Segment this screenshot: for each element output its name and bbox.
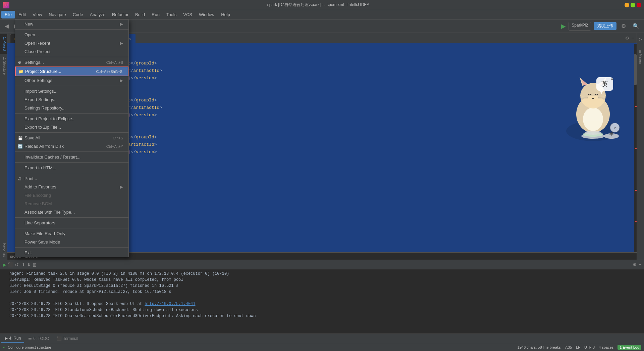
menu-item-add-favorites-label: Add to Favorites xyxy=(24,184,56,189)
menu-help[interactable]: Help xyxy=(218,11,233,18)
settings-tab-icon[interactable]: ⚙ xyxy=(625,36,629,41)
menu-item-save-all[interactable]: 💾 Save All Ctrl+S xyxy=(15,134,128,142)
menu-item-print[interactable]: 🖨 Print... xyxy=(15,174,128,183)
minimize-button[interactable] xyxy=(625,3,629,7)
menu-bar: File Edit View Navigate Code Analyze Ref… xyxy=(0,10,644,19)
menu-item-power-save[interactable]: Power Save Mode xyxy=(15,238,128,246)
menu-tools[interactable]: Tools xyxy=(163,11,180,18)
log-line-3: uler: ResultStage 0 (reduce at SparkPi2.… xyxy=(3,283,641,289)
menu-item-print-label: Print... xyxy=(24,176,37,181)
sidebar-item-favorites[interactable]: Favorites xyxy=(0,240,7,260)
menu-file[interactable]: File xyxy=(1,11,15,18)
statusbar-position[interactable]: 7:35 xyxy=(565,345,572,349)
ant-tab[interactable]: Ant xyxy=(638,36,643,46)
menu-item-export-html-label: Export to HTML... xyxy=(24,165,59,170)
menu-item-settings-repo[interactable]: Settings Repository... xyxy=(15,104,128,112)
event-log-badge[interactable]: 1 Event Log xyxy=(618,345,641,350)
menu-item-read-only[interactable]: Make File Read-Only xyxy=(15,229,128,238)
run-controls: ▶ ⬛ ↺ xyxy=(3,262,19,267)
menu-window[interactable]: Window xyxy=(196,11,218,18)
reload-icon: 🔄 xyxy=(18,144,23,149)
menu-item-line-sep[interactable]: Line Separators xyxy=(15,219,128,227)
menu-item-settings[interactable]: ⚙ Settings... Ctrl+Alt+S xyxy=(15,58,128,67)
menu-item-other-settings[interactable]: Other Settings ▶ xyxy=(15,76,128,85)
menu-item-open[interactable]: Open... xyxy=(15,31,128,39)
menu-item-reload[interactable]: 🔄 Reload All from Disk Ctrl+Alt+Y xyxy=(15,142,128,150)
menu-build[interactable]: Build xyxy=(132,11,148,18)
menu-item-export-html[interactable]: Export to HTML... xyxy=(15,164,128,172)
sep-6 xyxy=(15,151,128,152)
sidebar-item-project[interactable]: 1: Project xyxy=(0,34,7,54)
project-structure-icon: 📁 xyxy=(18,69,23,74)
menu-refactor[interactable]: Refactor xyxy=(109,11,132,18)
clear-button[interactable]: 🗑 xyxy=(32,262,37,267)
menu-item-associate-file-type[interactable]: Associate with File Type... xyxy=(15,208,128,216)
menu-view[interactable]: View xyxy=(29,11,45,18)
output-controls: ⬆ ⬇ 🗑 xyxy=(21,262,37,267)
back-button[interactable]: ◀ xyxy=(3,22,11,30)
run-config-select[interactable]: SparkPi2 xyxy=(569,22,591,31)
settings-icon-btn[interactable]: ⚙ xyxy=(619,22,628,30)
log-line-5 xyxy=(3,295,641,301)
file-menu-dropdown[interactable]: New ▶ Open... Open Recent ▶ Close Projec… xyxy=(15,19,129,257)
sidebar-item-structure[interactable]: Z: Structure xyxy=(0,54,7,77)
menu-item-remove-bom: Remove BOM xyxy=(15,200,128,208)
statusbar-indent[interactable]: 4 spaces xyxy=(599,345,613,349)
window-controls[interactable] xyxy=(625,3,641,7)
statusbar-encoding[interactable]: UTF-8 xyxy=(584,345,595,349)
statusbar-lf[interactable]: LF xyxy=(576,345,580,349)
terminal-tab-label: Terminal xyxy=(63,336,78,341)
right-sidebar: Ant m Maven xyxy=(637,33,644,260)
scroll-up-button[interactable]: ⬆ xyxy=(21,262,25,267)
tab-run[interactable]: ▶ 4: Run xyxy=(1,335,24,343)
menu-item-settings-label: Settings... xyxy=(24,60,44,65)
menu-item-other-settings-arrow: ▶ xyxy=(120,78,123,83)
error-marker-4 xyxy=(635,221,637,222)
editor-scrollbar[interactable] xyxy=(634,44,637,252)
sep-2 xyxy=(15,57,128,57)
menu-analyze[interactable]: Analyze xyxy=(87,11,109,18)
search-btn[interactable]: 🔍 xyxy=(631,22,641,30)
menu-item-export-eclipse[interactable]: Export Project to Eclipse... xyxy=(15,115,128,123)
menu-item-invalidate[interactable]: Invalidate Caches / Restart... xyxy=(15,153,128,161)
todo-tab-icon: ☰ xyxy=(28,336,32,341)
menu-code[interactable]: Code xyxy=(69,11,87,18)
menu-run[interactable]: Run xyxy=(148,11,163,18)
menu-item-file-encoding-label: File Encoding xyxy=(24,193,51,198)
menu-item-project-structure[interactable]: 📁 Project Structure... Ctrl+Alt+Shift+S xyxy=(15,67,128,76)
menu-item-line-sep-label: Line Separators xyxy=(24,220,55,225)
menu-item-export-zip[interactable]: Export to Zip File... xyxy=(15,123,128,131)
menu-navigate[interactable]: Navigate xyxy=(45,11,69,18)
run-arrow-icon: ▶ xyxy=(561,23,566,30)
menu-item-export-settings[interactable]: Export Settings... xyxy=(15,95,128,104)
menu-item-import-settings[interactable]: Import Settings... xyxy=(15,87,128,95)
menu-vcs[interactable]: VCS xyxy=(180,11,196,18)
menu-item-add-favorites[interactable]: Add to Favorites ▶ xyxy=(15,183,128,191)
spark-ui-link[interactable]: http://10.0.75.1:4041 xyxy=(145,302,195,306)
tab-todo[interactable]: ☰ 6: TODO xyxy=(25,335,53,342)
scroll-down-button[interactable]: ⬇ xyxy=(27,262,31,267)
scrollbar-thumb[interactable] xyxy=(634,54,637,85)
stop-button[interactable]: ⬛ xyxy=(8,262,13,267)
left-sidebar: 1: Project Z: Structure Favorites xyxy=(0,33,7,260)
maximize-button[interactable] xyxy=(631,3,635,7)
tab-terminal[interactable]: ⬛ Terminal xyxy=(53,335,82,342)
rerun-button[interactable]: ↺ xyxy=(15,262,19,267)
menu-item-new-arrow: ▶ xyxy=(120,21,123,27)
menu-item-new[interactable]: New ▶ xyxy=(15,20,128,28)
menu-item-open-recent[interactable]: Open Recent ▶ xyxy=(15,39,128,47)
panel-minimize-icon[interactable]: − xyxy=(639,262,641,267)
error-marker-2 xyxy=(635,148,637,149)
menu-edit[interactable]: Edit xyxy=(15,11,29,18)
menu-item-close-project[interactable]: Close Project xyxy=(15,47,128,56)
tab-sparkpi2-close[interactable]: ✕ xyxy=(128,37,131,41)
run-button[interactable]: ▶ xyxy=(3,262,6,267)
panel-settings-icon[interactable]: ⚙ xyxy=(633,262,637,267)
close-button[interactable] xyxy=(637,3,641,7)
run-tab-icon: ▶ xyxy=(5,336,8,341)
upload-button[interactable]: 拓境上传 xyxy=(594,22,616,30)
menu-item-read-only-label: Make File Read-Only xyxy=(24,231,65,236)
menu-item-exit[interactable]: Exit xyxy=(15,249,128,257)
maven-tab[interactable]: m Maven xyxy=(638,47,643,67)
minimize-tab-icon[interactable]: − xyxy=(631,36,634,41)
